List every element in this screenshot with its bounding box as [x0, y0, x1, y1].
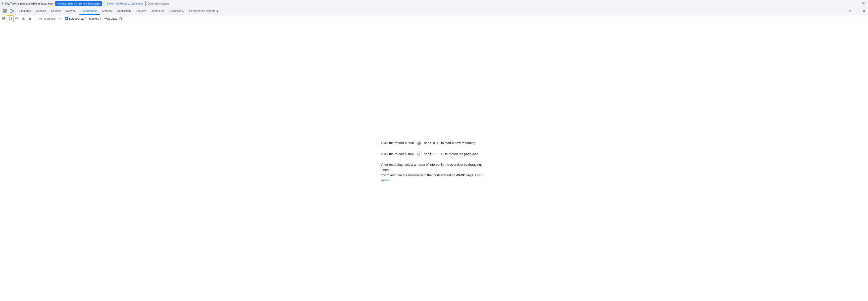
memory-label: Memory	[89, 17, 99, 20]
main-nav: Elements Console Sources Network Perform…	[0, 7, 868, 15]
close-devtools-button[interactable]: ✕	[861, 8, 867, 14]
tab-performance-insights[interactable]: Performance insights ▲	[187, 7, 221, 15]
more-options-button[interactable]: ⋮	[854, 8, 860, 14]
reload-hint-prefix: Click the reload button	[381, 152, 414, 156]
reload-hint-suffix: or hit	[424, 152, 431, 156]
always-match-language-button[interactable]: Always match Chrome's language	[55, 1, 102, 6]
tab-application[interactable]: Application	[115, 7, 133, 15]
main-content: Click the record button or hit ⌘ E to st…	[0, 22, 868, 301]
notification-banner: ℹ DevTools is now available in Japanese!…	[0, 0, 868, 7]
reload-hint-row: Click the reload button or hit ⌘ ⇧ E to …	[381, 151, 487, 157]
tab-memory[interactable]: Memory	[100, 7, 115, 15]
inspect-element-button[interactable]	[2, 8, 8, 14]
screenshots-checkbox[interactable]	[65, 17, 68, 20]
recordings-select[interactable]: (no recordings)	[36, 16, 62, 21]
toolbar-divider-2	[63, 17, 63, 21]
memory-checkbox[interactable]	[85, 17, 88, 20]
web-vitals-label: Web Vitals	[104, 17, 117, 20]
screenshots-checkbox-label[interactable]: Screenshots	[65, 17, 84, 20]
switch-to-japanese-button[interactable]: Switch DevTools to Japanese	[104, 1, 146, 6]
screenshots-label: Screenshots	[69, 17, 84, 20]
tab-recorder[interactable]: Recorder ▲	[167, 7, 187, 15]
tab-console[interactable]: Console	[33, 7, 49, 15]
notification-message: DevTools is now available in Japanese!	[5, 2, 53, 5]
record-icon-inline	[416, 140, 422, 146]
record-hint-suffix: or hit	[424, 141, 431, 145]
reload-record-button[interactable]	[7, 16, 13, 21]
svg-rect-5	[12, 10, 13, 12]
svg-point-11	[418, 142, 420, 144]
nav-right-icons: ⚙ ⋮ ✕	[847, 8, 867, 14]
after-recording-text: After recording, select an area of inter…	[381, 162, 487, 183]
reload-hint-action: to record the page load.	[445, 152, 479, 156]
svg-rect-4	[10, 9, 12, 12]
tab-elements[interactable]: Elements	[17, 7, 33, 15]
after-text-1: After recording, select an area of inter…	[381, 163, 482, 172]
svg-rect-2	[3, 11, 5, 13]
notification-close-button[interactable]: ✕	[861, 1, 866, 6]
tab-performance[interactable]: Performance	[79, 7, 100, 15]
after-text-bold: WASD	[456, 173, 466, 177]
memory-checkbox-label[interactable]: Memory	[85, 17, 99, 20]
record-hint-prefix: Click the record button	[381, 141, 414, 145]
svg-point-7	[3, 18, 4, 19]
toolbar-divider-1	[34, 17, 34, 21]
after-text-3: keys.	[466, 173, 474, 177]
reload-hint-key: ⌘ ⇧ E	[433, 152, 443, 156]
record-button[interactable]	[1, 16, 6, 21]
web-vitals-checkbox-label[interactable]: Web Vitals	[100, 17, 117, 20]
tab-sources[interactable]: Sources	[49, 7, 64, 15]
web-vitals-checkbox[interactable]	[100, 17, 103, 20]
record-hint-key: ⌘ E	[433, 141, 439, 145]
stop-button[interactable]	[14, 16, 20, 21]
after-text-2: zoom and pan the timeline with the mouse…	[381, 173, 455, 177]
tab-lighthouse[interactable]: Lighthouse	[148, 7, 167, 15]
record-hint-row: Click the record button or hit ⌘ E to st…	[381, 140, 487, 146]
download-profile-button[interactable]	[27, 16, 33, 21]
svg-rect-0	[3, 9, 5, 11]
svg-rect-1	[5, 9, 7, 11]
device-toolbar-button[interactable]	[8, 8, 14, 14]
tab-network[interactable]: Network	[64, 7, 79, 15]
hint-block: Click the record button or hit ⌘ E to st…	[381, 140, 487, 183]
info-icon: ℹ	[2, 1, 3, 5]
svg-rect-3	[5, 11, 7, 13]
reload-icon-inline	[416, 151, 422, 157]
tab-security[interactable]: Security	[133, 7, 148, 15]
record-hint-action: to start a new recording.	[441, 141, 476, 145]
settings-button[interactable]: ⚙	[847, 8, 853, 14]
performance-toolbar: (no recordings) Screenshots Memory Web V…	[0, 15, 868, 22]
delete-recording-button[interactable]	[118, 16, 123, 21]
dont-show-again-link[interactable]: Don't show again	[148, 2, 169, 5]
upload-profile-button[interactable]	[21, 16, 26, 21]
nav-icon-group	[1, 7, 16, 15]
